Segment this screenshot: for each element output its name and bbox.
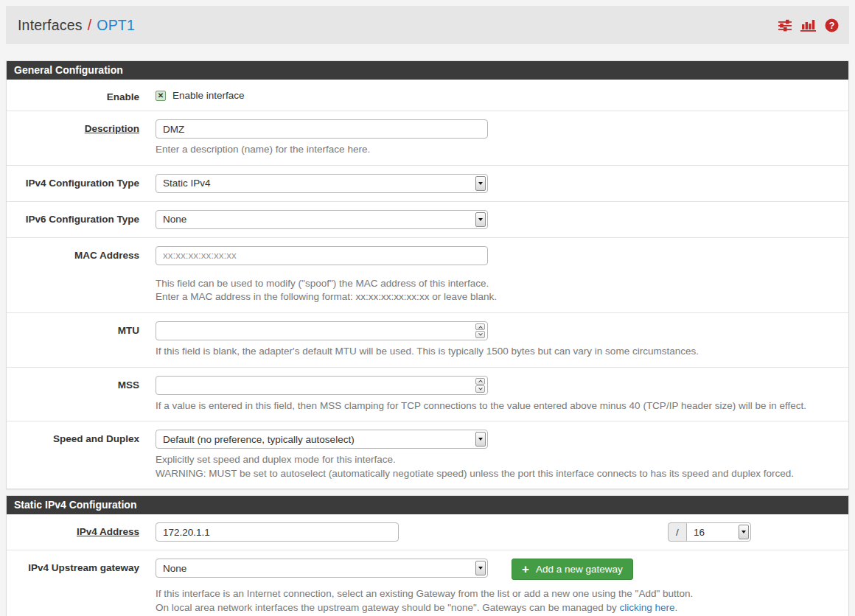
row-mss: MSS If a value is entered in this field,…: [7, 368, 848, 422]
spinner-down-icon[interactable]: [475, 385, 485, 393]
mss-spinner[interactable]: [475, 378, 485, 393]
gateways-manage-link[interactable]: clicking here: [619, 602, 674, 613]
add-gateway-button[interactable]: + Add a new gateway: [512, 559, 633, 580]
mss-help: If a value is entered in this field, the…: [156, 399, 841, 413]
panel-title-static-ipv4: Static IPv4 Configuration: [7, 496, 848, 514]
ipv4-address-label: IPv4 Address: [77, 526, 139, 537]
spinner-up-icon[interactable]: [475, 323, 485, 331]
description-help: Enter a description (name) for the inter…: [156, 143, 841, 157]
speed-duplex-help-2: WARNING: MUST be set to autoselect (auto…: [156, 467, 841, 481]
row-mac-address: MAC Address This field can be used to mo…: [7, 238, 848, 313]
mss-label: MSS: [7, 376, 156, 413]
dropdown-arrow-icon: [475, 432, 486, 447]
mac-address-input[interactable]: [156, 246, 488, 265]
breadcrumb-bar: Interfaces/OPT1: [6, 6, 849, 44]
help-icon: ?: [825, 18, 839, 32]
breadcrumb: Interfaces/OPT1: [18, 17, 135, 34]
description-label: Description: [85, 123, 139, 134]
ipv6-config-type-select[interactable]: None: [156, 210, 488, 229]
row-ipv4-upstream-gateway: IPv4 Upstream gateway None + Add a new g…: [7, 550, 848, 616]
mtu-label: MTU: [7, 321, 156, 359]
gateway-help-2-period: .: [675, 602, 678, 613]
ipv6-config-type-label: IPv6 Configuration Type: [7, 210, 156, 229]
row-ipv4-config-type: IPv4 Configuration Type Static IPv4: [7, 166, 848, 202]
ipv4-config-type-label: IPv4 Configuration Type: [7, 174, 156, 193]
mtu-input[interactable]: [156, 321, 488, 340]
row-description: Description Enter a description (name) f…: [7, 111, 848, 166]
related-settings-button[interactable]: [778, 19, 792, 32]
cidr-separator-addon: /: [668, 522, 687, 542]
breadcrumb-section: Interfaces: [18, 17, 83, 33]
ipv4-upstream-gateway-value: None: [163, 563, 186, 574]
dropdown-arrow-icon: [475, 212, 486, 227]
dropdown-arrow-icon: [475, 176, 486, 191]
svg-text:?: ?: [829, 20, 835, 30]
enable-label: Enable: [7, 88, 156, 102]
ipv6-config-type-value: None: [163, 214, 186, 225]
static-ipv4-configuration-panel: Static IPv4 Configuration IPv4 Address /…: [6, 495, 849, 616]
mss-input[interactable]: [156, 376, 488, 395]
breadcrumb-separator: /: [88, 17, 92, 34]
speed-duplex-help-1: Explicitly set speed and duplex mode for…: [156, 453, 841, 467]
mac-address-help-2: Enter a MAC address in the following for…: [156, 290, 841, 304]
plus-icon: +: [522, 564, 529, 574]
status-graphs-button[interactable]: [800, 18, 817, 32]
speed-duplex-select[interactable]: Default (no preference, typically autose…: [156, 430, 488, 449]
panel-title-general: General Configuration: [7, 61, 848, 80]
speed-duplex-label: Speed and Duplex: [7, 430, 156, 480]
mtu-spinner[interactable]: [475, 323, 485, 338]
row-mtu: MTU If this field is blank, the adapter'…: [7, 313, 848, 368]
gateway-help-1: If this interface is an Internet connect…: [156, 587, 841, 601]
dropdown-arrow-icon: [475, 561, 486, 575]
ipv4-address-input[interactable]: [156, 522, 399, 542]
spinner-up-icon[interactable]: [475, 378, 485, 385]
ipv4-config-type-value: Static IPv4: [163, 178, 211, 189]
mtu-help: If this field is blank, the adapter's de…: [156, 345, 841, 359]
row-speed-duplex: Speed and Duplex Default (no preference,…: [7, 421, 848, 489]
gateway-help-2-text: On local area network interfaces the ups…: [156, 602, 619, 613]
subnet-mask-group: / 16: [668, 522, 751, 542]
enable-interface-text: Enable interface: [172, 90, 245, 101]
bar-chart-icon: [800, 18, 817, 32]
spinner-down-icon[interactable]: [475, 331, 485, 338]
speed-duplex-value: Default (no preference, typically autose…: [163, 434, 355, 445]
gateway-help-2: On local area network interfaces the ups…: [156, 601, 841, 615]
enable-interface-checkbox-label[interactable]: Enable interface: [156, 88, 841, 101]
breadcrumb-page[interactable]: OPT1: [97, 17, 135, 33]
row-enable: Enable Enable interface: [7, 80, 848, 111]
ipv4-config-type-select[interactable]: Static IPv4: [156, 174, 488, 193]
sliders-icon: [778, 19, 792, 32]
subnet-mask-value: 16: [694, 527, 705, 538]
ipv4-upstream-gateway-select[interactable]: None: [156, 559, 488, 578]
dropdown-arrow-icon: [739, 525, 749, 539]
mac-address-help-1: This field can be used to modify ("spoof…: [156, 277, 841, 291]
row-ipv4-address: IPv4 Address / 16: [7, 514, 848, 550]
ipv4-upstream-gateway-label: IPv4 Upstream gateway: [7, 559, 156, 615]
mac-address-label: MAC Address: [7, 246, 156, 304]
description-input[interactable]: [156, 119, 488, 139]
row-ipv6-config-type: IPv6 Configuration Type None: [7, 202, 848, 238]
add-gateway-button-label: Add a new gateway: [536, 564, 623, 575]
help-button[interactable]: ?: [825, 18, 839, 32]
checkbox-checked-icon[interactable]: [156, 91, 166, 101]
subnet-mask-select[interactable]: 16: [686, 522, 751, 542]
header-toolbar: ?: [778, 18, 839, 32]
general-configuration-panel: General Configuration Enable Enable inte…: [6, 60, 849, 489]
